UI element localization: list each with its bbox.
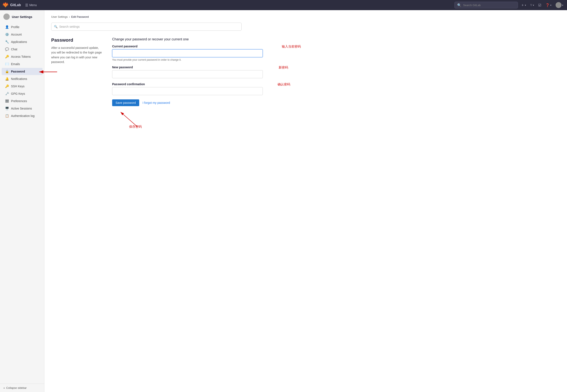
breadcrumb-separator: › (69, 15, 70, 18)
sidebar-item-label: Account (11, 33, 22, 36)
new-password-label: New password (112, 66, 263, 69)
hamburger-icon: ☰ (25, 3, 28, 7)
password-icon: 🔒 (5, 70, 9, 73)
new-password-group: New password 新密码 (112, 66, 263, 78)
menu-label: Menu (29, 3, 37, 7)
sidebar-item-label: Profile (11, 25, 19, 29)
sidebar-title: User Settings (12, 15, 32, 19)
notifications-icon: 🔔 (5, 77, 9, 81)
top-navigation: GitLab ☰ Menu 🔍 ＋ ▾ ⑂ ▾ ☑ ❓ ▾ ▾ (0, 0, 567, 10)
mr-dropdown-icon: ▾ (533, 4, 534, 6)
sidebar-item-label: Password (11, 70, 25, 73)
save-arrow-svg (112, 108, 175, 133)
form-actions: Save password I forgot my password (112, 99, 263, 106)
sidebar-item-password[interactable]: 🔒 Password (2, 68, 43, 75)
sidebar-item-active-sessions[interactable]: 🖥️ Active Sessions (2, 105, 43, 112)
settings-search-bar[interactable]: 🔍 (51, 23, 242, 31)
avatar (556, 2, 562, 8)
sidebar-item-label: Preferences (11, 99, 27, 103)
todo-icon: ☑ (538, 3, 541, 7)
forgot-password-link[interactable]: I forgot my password (143, 101, 170, 104)
sidebar-item-notifications[interactable]: 🔔 Notifications (2, 75, 43, 83)
sessions-icon: 🖥️ (5, 107, 9, 110)
breadcrumb-parent-link[interactable]: User Settings (51, 15, 68, 18)
global-search[interactable]: 🔍 (454, 2, 518, 8)
sidebar-item-label: Applications (11, 40, 27, 43)
breadcrumb: User Settings › Edit Password (51, 15, 560, 18)
content-layout: Password After a successful password upd… (51, 37, 263, 133)
collapse-sidebar-button[interactable]: « Collapse sidebar (0, 384, 44, 392)
sidebar-item-label: Access Tokens (11, 55, 31, 58)
main-layout: User Settings 👤 Profile ⚙️ Account 🔧 App… (0, 10, 567, 392)
search-input[interactable] (463, 4, 515, 7)
password-confirmation-label: Password confirmation (112, 83, 263, 86)
sidebar-item-gpg-keys[interactable]: 🗝️ GPG Keys (2, 90, 43, 97)
settings-search-input[interactable] (59, 25, 239, 28)
gpg-icon: 🗝️ (5, 92, 9, 96)
sidebar-item-emails[interactable]: ✉️ Emails (2, 60, 43, 68)
main-content: User Settings › Edit Password 🔍 Password… (44, 10, 567, 392)
todos-button[interactable]: ☑ (537, 2, 542, 8)
sidebar-item-label: Notifications (11, 77, 27, 81)
gitlab-logo[interactable]: GitLab (2, 2, 21, 8)
chat-icon: 💬 (5, 47, 9, 51)
current-password-group: Current password 输入当前密码 You must provide… (112, 45, 263, 61)
profile-icon: 👤 (5, 25, 9, 29)
sidebar-item-applications[interactable]: 🔧 Applications (2, 38, 43, 45)
ssh-icon: 🔑 (5, 84, 9, 88)
password-confirmation-input[interactable] (112, 87, 263, 95)
section-body: After a successful password update, you … (51, 45, 102, 65)
annotation-confirm-password: 确认密码 (277, 83, 290, 86)
merge-request-icon: ⑂ (530, 3, 532, 7)
sidebar-item-label: Chat (11, 48, 17, 51)
sidebar-item-profile[interactable]: 👤 Profile (2, 24, 43, 31)
user-avatar-button[interactable]: ▾ (554, 1, 565, 9)
sidebar-item-account[interactable]: ⚙️ Account (2, 31, 43, 38)
new-password-input[interactable] (112, 70, 263, 78)
sidebar-item-label: Authentication log (11, 114, 34, 118)
merge-requests-button[interactable]: ⑂ ▾ (529, 2, 535, 8)
sidebar-nav: 👤 Profile ⚙️ Account 🔧 Applications 💬 Ch… (0, 22, 44, 384)
token-icon: 🔑 (5, 55, 9, 58)
sidebar-item-label: Emails (11, 62, 20, 66)
search-icon: 🔍 (457, 3, 461, 7)
help-icon: ❓ (545, 3, 550, 7)
email-icon: ✉️ (5, 62, 9, 66)
account-icon: ⚙️ (5, 33, 9, 36)
form-section-title: Change your password or recover your cur… (112, 37, 263, 41)
user-dropdown-icon: ▾ (562, 4, 563, 6)
menu-button[interactable]: ☰ Menu (24, 2, 39, 8)
sidebar-item-ssh-keys[interactable]: 🔑 SSH Keys (2, 83, 43, 90)
auth-log-icon: 📋 (5, 114, 9, 118)
sidebar-header: User Settings (0, 10, 44, 22)
password-form: Change your password or recover your cur… (112, 37, 263, 133)
section-description: Password After a successful password upd… (51, 37, 102, 133)
settings-search-icon: 🔍 (54, 25, 58, 28)
current-password-hint: You must provide your current password i… (112, 58, 263, 61)
applications-icon: 🔧 (5, 40, 9, 44)
sidebar-item-authentication-log[interactable]: 📋 Authentication log (2, 112, 43, 119)
collapse-icon: « (3, 386, 5, 390)
password-confirmation-group: Password confirmation 确认密码 (112, 83, 263, 95)
sidebar-item-chat[interactable]: 💬 Chat (2, 46, 43, 53)
annotation-new-password: 新密码 (279, 66, 288, 70)
new-item-button[interactable]: ＋ ▾ (520, 2, 527, 8)
help-dropdown-icon: ▾ (550, 4, 551, 6)
collapse-label: Collapse sidebar (6, 386, 27, 390)
sidebar-item-access-tokens[interactable]: 🔑 Access Tokens (2, 53, 43, 60)
annotation-area: 保存密码 (112, 108, 263, 133)
sidebar-item-label: Active Sessions (11, 107, 32, 110)
current-password-input[interactable] (112, 49, 263, 57)
gitlab-wordmark: GitLab (10, 3, 21, 7)
sidebar-item-label: SSH Keys (11, 84, 25, 88)
help-button[interactable]: ❓ ▾ (544, 2, 552, 8)
sidebar-item-preferences[interactable]: 🎛️ Preferences (2, 98, 43, 105)
current-password-label: Current password (112, 45, 263, 48)
plus-dropdown-icon: ▾ (525, 4, 526, 6)
sidebar: User Settings 👤 Profile ⚙️ Account 🔧 App… (0, 10, 44, 392)
sidebar-user-avatar (3, 14, 10, 20)
plus-icon: ＋ (521, 3, 524, 7)
save-password-button[interactable]: Save password (112, 99, 139, 106)
section-title: Password (51, 37, 102, 43)
annotation-current-password: 输入当前密码 (282, 45, 301, 49)
